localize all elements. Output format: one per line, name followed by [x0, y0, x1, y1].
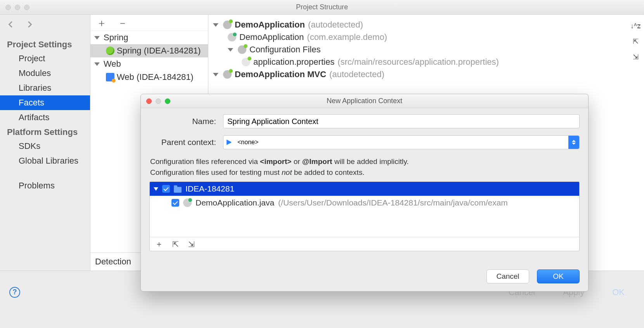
collapse-all-icon[interactable]: ⇲: [188, 240, 195, 249]
combo-stepper-icon[interactable]: [568, 136, 579, 149]
section-platform-settings: Platform Settings: [0, 125, 90, 139]
dialog-hint: Configuration files referenced via <impo…: [150, 156, 579, 178]
parent-context-value: <none>: [237, 139, 258, 146]
tree-row-root[interactable]: IDEA-184281: [150, 182, 579, 196]
sidebar-item-artifacts[interactable]: Artifacts: [0, 110, 90, 125]
sidebar-item-modules[interactable]: Modules: [0, 66, 90, 81]
expand-all-icon[interactable]: ⇱: [172, 240, 179, 249]
settings-sidebar: Project Settings Project Modules Librari…: [0, 15, 90, 271]
close-icon[interactable]: [5, 5, 11, 10]
sidebar-item-facets[interactable]: Facets: [0, 95, 90, 110]
sidebar-item-global-libraries[interactable]: Global Libraries: [0, 154, 90, 168]
add-icon[interactable]: ＋: [155, 239, 163, 249]
spring-boot-icon: [228, 33, 236, 41]
window-title: Project Structure: [0, 3, 644, 11]
arrow-right-icon: [227, 140, 234, 145]
sidebar-item-problems[interactable]: Problems: [0, 178, 90, 193]
chevron-down-icon[interactable]: [154, 187, 158, 191]
ctx-app-properties[interactable]: application.properties: [253, 57, 334, 67]
context-tree[interactable]: DemoApplication (autodetected) DemoAppli…: [208, 15, 644, 85]
facets-toolbar: ＋ －: [90, 15, 208, 31]
minimize-icon[interactable]: [15, 5, 20, 10]
facet-spring-module[interactable]: Spring (IDEA-184281): [117, 46, 201, 56]
ctx-suffix: (autodetected): [308, 20, 363, 30]
sidebar-item-project[interactable]: Project: [0, 51, 90, 66]
chevron-down-icon[interactable]: [94, 62, 100, 66]
checkbox-checked-icon[interactable]: [162, 185, 170, 193]
facet-web-module[interactable]: Web (IDEA-184281): [117, 72, 194, 82]
chevron-down-icon[interactable]: [213, 73, 218, 76]
spring-config-icon: [223, 70, 232, 79]
ctx-suffix: (com.example.demo): [307, 32, 387, 42]
sort-alpha-icon[interactable]: ↓ᴬᴢ: [630, 22, 641, 30]
web-icon: [106, 73, 114, 81]
new-application-context-dialog: New Application Context Name: Parent con…: [140, 94, 589, 292]
facet-group-web[interactable]: Web: [104, 59, 121, 69]
chevron-down-icon[interactable]: [228, 48, 233, 52]
tree-root-label: IDEA-184281: [185, 184, 234, 193]
zoom-icon[interactable]: [24, 5, 29, 10]
add-icon[interactable]: ＋: [97, 18, 107, 28]
ctx-demoapp-mvc: DemoApplication MVC: [235, 69, 326, 79]
checkbox-checked-icon[interactable]: [171, 199, 179, 207]
facet-group-spring[interactable]: Spring: [104, 33, 128, 43]
nav-forward-icon[interactable]: [25, 20, 33, 30]
ok-button-bg[interactable]: OK: [602, 284, 635, 300]
traffic-lights: [0, 5, 29, 10]
dialog-titlebar: New Application Context: [141, 94, 588, 108]
dialog-title: New Application Context: [141, 97, 588, 105]
collapse-all-icon[interactable]: ⇲: [633, 53, 639, 61]
tree-file-path: (/Users/User/Downloads/IDEA-184281/src/m…: [278, 198, 508, 207]
sidebar-item-libraries[interactable]: Libraries: [0, 81, 90, 95]
ctx-suffix: (src/main/resources/application.properti…: [338, 57, 499, 67]
ok-button[interactable]: OK: [537, 269, 580, 283]
remove-icon[interactable]: －: [118, 18, 128, 28]
chevron-down-icon[interactable]: [213, 23, 218, 27]
ctx-demoapp-class[interactable]: DemoApplication: [239, 32, 304, 42]
spring-icon: [106, 47, 114, 55]
nav-back-icon[interactable]: [7, 20, 16, 30]
chevron-down-icon[interactable]: [94, 36, 100, 40]
expand-all-icon[interactable]: ⇱: [633, 37, 639, 46]
ctx-suffix: (autodetected): [329, 69, 384, 79]
ctx-config-files[interactable]: Configuration Files: [249, 45, 320, 55]
name-label: Name:: [149, 117, 223, 126]
spring-config-icon: [238, 45, 246, 54]
sidebar-item-sdks[interactable]: SDKs: [0, 139, 90, 154]
properties-icon: [242, 58, 250, 66]
folder-icon: [174, 187, 182, 193]
spring-boot-icon: [183, 199, 192, 207]
window-titlebar: Project Structure: [0, 0, 644, 15]
filebox-toolbar: ＋ ⇱ ⇲: [150, 237, 579, 251]
tree-row-file[interactable]: DemoApplication.java (/Users/User/Downlo…: [150, 196, 579, 210]
cancel-button[interactable]: Cancel: [486, 269, 529, 283]
ctx-demoapp: DemoApplication: [235, 20, 305, 30]
config-files-tree[interactable]: IDEA-184281 DemoApplication.java (/Users…: [150, 182, 579, 237]
spring-config-icon: [223, 21, 232, 29]
tree-file-label: DemoApplication.java: [196, 198, 274, 207]
context-name-input[interactable]: [223, 114, 580, 128]
config-files-box: IDEA-184281 DemoApplication.java (/Users…: [149, 181, 580, 251]
parent-context-label: Parent context:: [149, 138, 223, 147]
help-button[interactable]: ?: [9, 287, 20, 298]
section-project-settings: Project Settings: [0, 37, 90, 51]
parent-context-combo[interactable]: <none>: [223, 135, 580, 149]
